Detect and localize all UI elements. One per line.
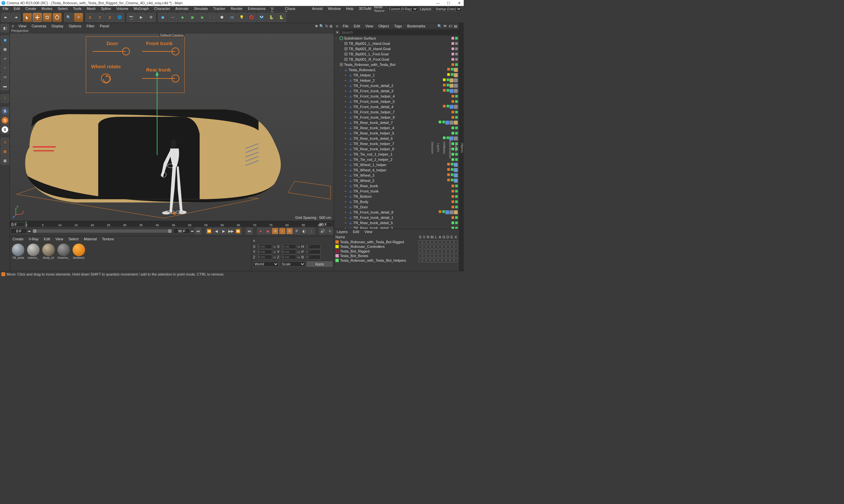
key-rot-button[interactable]: ↻ (286, 228, 293, 234)
expand-toggle[interactable]: + (345, 74, 348, 77)
expand-toggle[interactable]: + (345, 127, 348, 129)
size-z-input[interactable] (282, 255, 296, 259)
key-pos-button[interactable]: ✛ (272, 228, 278, 234)
rot-h-input[interactable] (307, 244, 321, 249)
move-button[interactable] (33, 13, 42, 22)
expand-toggle[interactable]: + (345, 200, 348, 203)
layer-dot[interactable] (452, 53, 454, 55)
layer-dot[interactable] (452, 37, 454, 39)
tab-structure[interactable]: Structure (431, 24, 434, 271)
object-TR_Front_trunk_detail_3[interactable]: +TR_Front_trunk_detail_3 (334, 88, 459, 94)
y-axis-button[interactable]: Y (95, 13, 105, 22)
maximize-button[interactable]: ☐ (445, 1, 452, 5)
object-TB_Bip001_L_Foot.Goal[interactable]: TB_Bip001_L_Foot.Goal (334, 51, 459, 57)
object-search-input[interactable] (340, 30, 459, 35)
vray-button[interactable] (257, 13, 266, 22)
generator-button[interactable]: ◆ (178, 13, 187, 22)
frame-start-input[interactable] (11, 222, 24, 227)
key-pla-button[interactable]: ◐ (301, 228, 307, 234)
hud-wheel-rotate[interactable] (101, 73, 111, 84)
deformer-button[interactable]: ▣ (188, 13, 197, 22)
object-TR_Front_trunk[interactable]: +TR_Front_trunk (334, 188, 459, 194)
material-lambert1[interactable]: lambert1 (72, 244, 86, 270)
layer-dot[interactable] (452, 216, 454, 219)
layer-dot[interactable] (452, 111, 454, 113)
layer-color-swatch[interactable] (335, 245, 339, 248)
vp-menu-options[interactable]: Options (66, 23, 84, 29)
layer-Tesla_Robovan_Controllers[interactable]: Tesla_Robovan_Controllers (334, 244, 459, 249)
object-TR_Tie_rod_1_helper_1[interactable]: +TR_Tie_rod_1_helper_1 (334, 151, 459, 157)
object-TR_Rear_trunk_helper_5[interactable]: +TR_Rear_trunk_helper_5 (334, 130, 459, 136)
object-TR_Front_trunk_helper_5[interactable]: +TR_Front_trunk_helper_5 (334, 99, 459, 104)
menu-simulate[interactable]: Simulate (191, 6, 211, 12)
object-Subdivision Surface[interactable]: -Subdivision Surface (334, 36, 459, 41)
vp-maximize-icon[interactable]: ⊞ (330, 24, 332, 28)
object-TR_Wheel_4_helper[interactable]: +TR_Wheel_4_helper (334, 167, 459, 173)
mat-menu-edit[interactable]: Edit (41, 236, 53, 242)
om-menu-edit[interactable]: Edit (351, 23, 363, 29)
expand-toggle[interactable]: - (340, 69, 343, 72)
expand-toggle[interactable]: + (345, 142, 348, 145)
pos-z-input[interactable] (258, 255, 272, 259)
camera-button[interactable]: 📹 (227, 13, 236, 22)
expand-toggle[interactable]: + (345, 148, 348, 151)
scene-button[interactable]: ⭕ (247, 13, 256, 22)
menu-help[interactable]: Help (343, 6, 356, 12)
expand-toggle[interactable]: + (345, 169, 348, 172)
tab-attributes[interactable]: Attributes (443, 24, 446, 271)
object-Tesla_Robovan_with_Tesla_Bot[interactable]: -Tesla_Robovan_with_Tesla_Bot (334, 62, 459, 67)
axis-button[interactable]: └ (1, 94, 9, 103)
layer-dot[interactable] (452, 142, 454, 145)
layer-dot[interactable] (452, 95, 454, 97)
record-button[interactable]: ● (257, 228, 264, 234)
om-menu-bookmarks[interactable]: Bookmarks (404, 23, 428, 29)
object-tree[interactable]: -Subdivision SurfaceTB_Bip001_L_Hand.Goa… (334, 36, 459, 229)
object-TR_Wheel_3[interactable]: +TR_Wheel_3 (334, 173, 459, 178)
expand-toggle[interactable]: + (345, 195, 348, 198)
object-TR_Front_trunk_helper_8[interactable]: +TR_Front_trunk_helper_8 (334, 115, 459, 120)
expand-toggle[interactable]: - (335, 37, 339, 40)
layer-dot[interactable] (452, 185, 454, 187)
rotate-button[interactable] (52, 13, 62, 22)
menu-arnold[interactable]: Arnold (310, 6, 325, 12)
expand-toggle[interactable]: + (345, 185, 348, 187)
menu-mesh[interactable]: Mesh (84, 6, 98, 12)
expand-toggle[interactable]: + (345, 158, 348, 161)
menu-tracker[interactable]: Tracker (211, 6, 228, 12)
layer-Tesla_Robovan_with_Tesla_Bot Rigged[interactable]: Tesla_Robovan_with_Tesla_Bot Rigged (334, 240, 459, 244)
layer-dot[interactable] (452, 158, 454, 161)
layer-toggle[interactable] (426, 245, 430, 249)
mat-menu-create[interactable]: Create (10, 236, 26, 242)
layer-toggle[interactable] (422, 259, 426, 263)
viewport[interactable]: Default Camera (10, 34, 334, 221)
menu-extensions[interactable]: Extensions (245, 6, 268, 12)
edges-mode-button[interactable]: ▭ (1, 73, 9, 81)
layer-dot[interactable] (452, 221, 454, 224)
menu-file[interactable]: File (0, 6, 11, 12)
expand-toggle[interactable]: + (345, 137, 348, 140)
layers-menu-edit[interactable]: Edit (350, 229, 362, 235)
pos-y-input[interactable] (258, 250, 272, 254)
mat-menu-select[interactable]: Select (66, 236, 82, 242)
object-TR_Bottom[interactable]: +TR_Bottom (334, 194, 459, 199)
layer-toggle[interactable] (419, 254, 422, 258)
layer-color-swatch[interactable] (335, 250, 339, 253)
layer-toggle[interactable] (422, 250, 426, 253)
timeline-ruler[interactable]: 051015202530354045505560657075808590 (10, 221, 334, 227)
mograph-button[interactable]: ⋮⋮ (208, 13, 217, 22)
layer-color-swatch[interactable] (335, 254, 339, 257)
hud-rear-slider[interactable] (142, 78, 175, 79)
mat-menu-material[interactable]: Material (81, 236, 99, 242)
layer-toggle[interactable] (419, 250, 422, 253)
expand-toggle[interactable]: + (345, 116, 348, 119)
object-Tesla_Robovan1[interactable]: -Tesla_Robovan1 (334, 67, 459, 73)
layer-dot[interactable] (452, 200, 454, 203)
tab-layers[interactable]: Layers (437, 24, 440, 271)
layer-toggle[interactable] (422, 240, 426, 244)
layer-dot[interactable] (452, 206, 454, 208)
undo-button[interactable] (1, 13, 11, 22)
range-slider[interactable] (33, 230, 172, 233)
autokey-button[interactable]: ◉ (264, 228, 271, 234)
layer-toggle[interactable] (426, 254, 430, 258)
spline-button[interactable]: 〰 (168, 13, 177, 22)
